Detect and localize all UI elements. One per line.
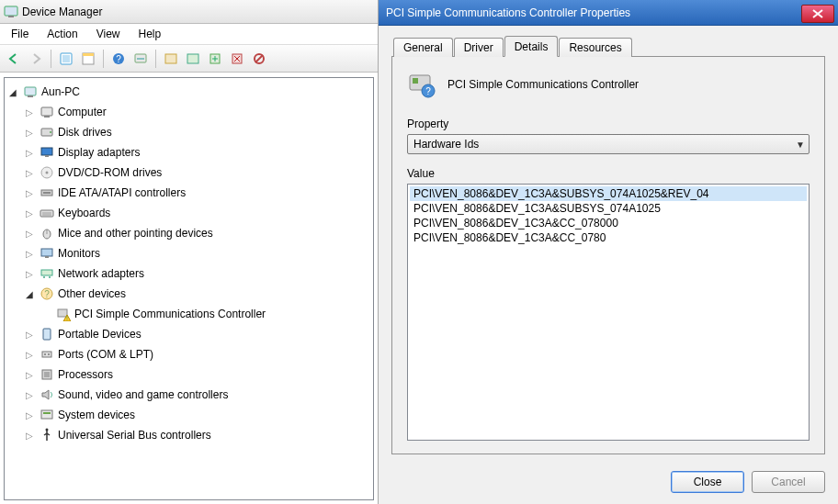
menu-view[interactable]: View [89, 26, 128, 42]
view-by-type-icon[interactable] [183, 49, 203, 69]
tree-expander-icon[interactable]: ▷ [23, 106, 36, 118]
back-arrow-icon[interactable] [4, 49, 24, 69]
tree-category[interactable]: ▷ Display adapters [6, 142, 371, 162]
tab-driver[interactable]: Driver [454, 38, 504, 57]
tree-category[interactable]: ▷ System devices [6, 405, 371, 425]
tree-expander-icon [40, 308, 52, 320]
tree-expander-icon[interactable]: ▷ [23, 227, 36, 240]
svg-rect-0 [5, 6, 17, 16]
value-list-item[interactable]: PCI\VEN_8086&DEV_1C3A&SUBSYS_074A1025&RE… [410, 186, 807, 201]
tab-resources[interactable]: Resources [559, 38, 631, 57]
tree-item-label: System devices [58, 409, 135, 421]
view-tree-icon[interactable] [161, 49, 181, 69]
update-driver-icon[interactable] [205, 49, 225, 69]
cpu-icon [40, 367, 54, 382]
tree-expander-icon[interactable]: ▷ [23, 207, 36, 219]
tree-category[interactable]: ▷ Ports (COM & LPT) [6, 344, 371, 364]
value-list-item[interactable]: PCI\VEN_8086&DEV_1C3A&CC_078000 [410, 216, 807, 230]
svg-point-47 [46, 429, 49, 431]
menu-action[interactable]: Action [40, 26, 85, 42]
tree-root[interactable]: ◢ Aun-PC [6, 82, 371, 102]
tree-category[interactable]: ◢ ? Other devices [6, 284, 371, 304]
tree-device-item[interactable]: ! PCI Simple Communications Controller [6, 304, 371, 324]
tree-category[interactable]: ▷ Processors [6, 364, 371, 385]
device-tree[interactable]: ◢ Aun-PC ▷ Computer ▷ Disk drives ▷ Disp… [4, 77, 374, 500]
tree-category[interactable]: ▷ Mice and other pointing devices [6, 223, 371, 243]
pc-root-icon [23, 84, 38, 99]
svg-rect-9 [165, 54, 176, 63]
tree-category[interactable]: ▷ Disk drives [6, 122, 371, 142]
tree-category[interactable]: ▷ Universal Serial Bus controllers [6, 425, 371, 445]
svg-rect-39 [43, 329, 51, 340]
tree-category[interactable]: ▷ DVD/CD-ROM drives [6, 162, 371, 183]
svg-rect-46 [43, 412, 51, 414]
monitor-icon [40, 246, 54, 261]
cancel-button[interactable]: Cancel [752, 471, 825, 493]
tree-expander-icon[interactable]: ◢ [6, 85, 19, 98]
tree-category[interactable]: ▷ Monitors [6, 243, 371, 263]
devmgr-menubar: File Action View Help [0, 24, 378, 45]
svg-rect-45 [41, 410, 52, 419]
tree-expander-icon[interactable]: ▷ [23, 126, 36, 139]
tree-item-label: Portable Devices [58, 328, 142, 341]
tree-category[interactable]: ▷ IDE ATA/ATAPI controllers [6, 183, 371, 203]
help-icon[interactable]: ? [108, 49, 129, 69]
forward-arrow-icon[interactable] [26, 49, 46, 69]
device-name-label: PCI Simple Communications Controller [447, 78, 639, 91]
value-listbox[interactable]: PCI\VEN_8086&DEV_1C3A&SUBSYS_074A1025&RE… [407, 184, 810, 441]
chevron-down-icon: ▼ [796, 140, 805, 150]
ide-icon [40, 185, 54, 200]
tab-general[interactable]: General [393, 38, 453, 57]
tree-category[interactable]: ▷ Portable Devices [6, 324, 371, 344]
svg-rect-16 [41, 107, 52, 116]
svg-text:!: ! [66, 315, 68, 321]
tree-expander-icon[interactable]: ▷ [23, 186, 36, 199]
tree-expander-icon[interactable]: ▷ [23, 368, 36, 381]
tree-item-label: Sound, video and game controllers [58, 388, 228, 401]
svg-rect-21 [45, 155, 49, 157]
tree-category[interactable]: ▷ Keyboards [6, 203, 371, 223]
tree-expander-icon[interactable]: ▷ [23, 429, 36, 442]
close-icon[interactable] [801, 5, 834, 23]
tree-item-label: PCI Simple Communications Controller [74, 308, 266, 320]
tree-expander-icon[interactable]: ▷ [23, 146, 36, 159]
svg-rect-44 [44, 372, 50, 377]
devmgr-toolbar: ? [0, 45, 378, 73]
value-list-item[interactable]: PCI\VEN_8086&DEV_1C3A&SUBSYS_074A1025 [410, 201, 807, 216]
tree-expander-icon[interactable]: ▷ [23, 409, 36, 421]
tree-expander-icon[interactable]: ▷ [23, 348, 36, 361]
tab-details[interactable]: Details [504, 36, 559, 57]
devmgr-app-icon [4, 5, 18, 19]
menu-help[interactable]: Help [131, 26, 169, 42]
tree-expander-icon[interactable]: ▷ [23, 267, 36, 280]
tree-expander-icon[interactable]: ▷ [23, 388, 36, 401]
dvd-icon [40, 165, 54, 180]
toolbar-separator [155, 50, 156, 68]
property-select[interactable]: Hardware Ids ▼ [407, 134, 810, 154]
props-footer: Close Cancel [379, 462, 838, 504]
close-button[interactable]: Close [671, 471, 744, 493]
value-list-item[interactable]: PCI\VEN_8086&DEV_1C3A&CC_0780 [410, 230, 807, 245]
tree-item-label: Disk drives [58, 126, 112, 139]
disable-icon[interactable] [249, 49, 269, 69]
svg-rect-30 [45, 256, 49, 258]
svg-rect-14 [25, 87, 36, 95]
tree-expander-icon[interactable]: ◢ [23, 287, 36, 300]
tree-expander-icon[interactable]: ▷ [23, 328, 36, 341]
tree-item-label: IDE ATA/ATAPI controllers [58, 186, 186, 199]
value-field-label: Value [407, 167, 810, 180]
tree-category[interactable]: ▷ Network adapters [6, 263, 371, 284]
tree-item-label: Display adapters [58, 146, 140, 159]
tree-category[interactable]: ▷ Sound, video and game controllers [6, 385, 371, 405]
menu-file[interactable]: File [4, 26, 36, 42]
tree-item-label: Processors [58, 368, 113, 381]
uninstall-icon[interactable] [227, 49, 247, 69]
tree-expander-icon[interactable]: ▷ [23, 247, 36, 260]
properties-pane-icon[interactable] [78, 49, 98, 69]
computer-icon [40, 105, 54, 119]
tree-category[interactable]: ▷ Computer [6, 102, 371, 122]
svg-text:?: ? [44, 289, 50, 299]
tree-expander-icon[interactable]: ▷ [23, 166, 36, 179]
scan-hardware-icon[interactable] [130, 49, 151, 69]
show-hidden-icon[interactable] [56, 49, 76, 69]
